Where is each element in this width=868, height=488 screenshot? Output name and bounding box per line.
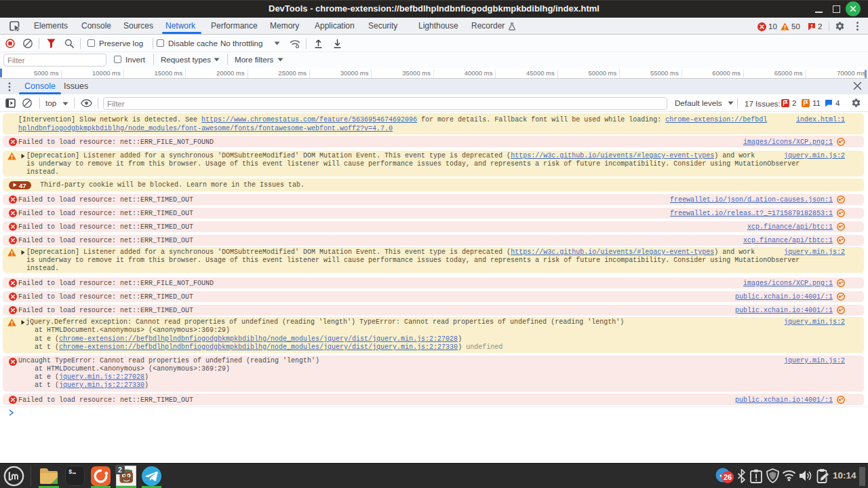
- svg-text:$: $: [68, 469, 73, 476]
- svg-text:26: 26: [724, 473, 732, 481]
